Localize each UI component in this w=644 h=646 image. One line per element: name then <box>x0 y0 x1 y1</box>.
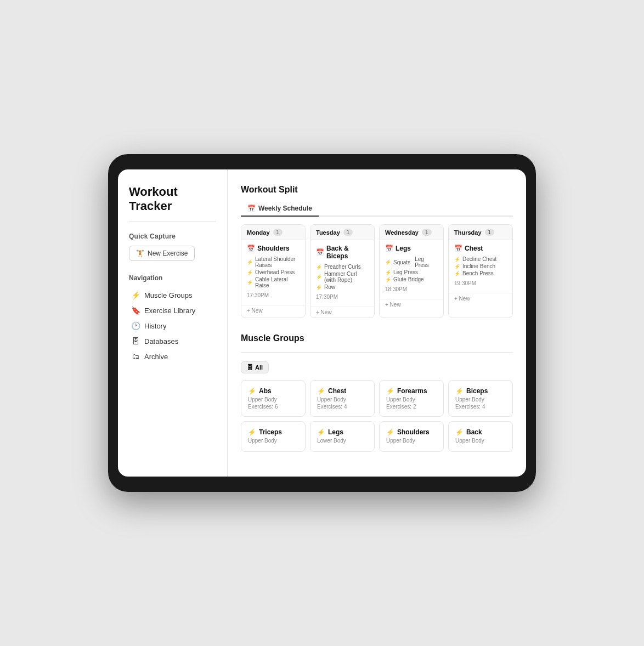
mg-icon-abs: ⚡ <box>248 387 256 395</box>
exercise-icon: ⚡ <box>247 259 253 265</box>
new-exercise-button[interactable]: 🏋 New Exercise <box>129 246 195 261</box>
mg-category-legs: Lower Body <box>317 438 368 444</box>
sidebar-item-exercise-library[interactable]: 🔖 Exercise Library <box>129 303 216 318</box>
tablet-screen: Workout Tracker Quick Capture 🏋 New Exer… <box>118 169 526 477</box>
quick-capture-label: Quick Capture <box>129 233 216 240</box>
mg-category-back: Upper Body <box>455 438 506 444</box>
sidebar-item-muscle-groups-label: Muscle Groups <box>144 291 192 299</box>
mg-exercises-forearms: Exercises: 2 <box>386 404 437 410</box>
day-badge-wednesday: 1 <box>422 229 432 236</box>
mg-card-shoulders[interactable]: ⚡ Shoulders Upper Body <box>379 421 444 452</box>
mg-category-triceps: Upper Body <box>248 438 298 444</box>
mg-category-shoulders: Upper Body <box>386 438 437 444</box>
sidebar-nav: ⚡ Muscle Groups 🔖 Exercise Library 🕐 His… <box>129 287 216 364</box>
sidebar-item-history[interactable]: 🕐 History <box>129 318 216 333</box>
calendar3-icon: 📅 <box>316 248 324 256</box>
mg-icon-biceps: ⚡ <box>455 387 464 395</box>
filter-all-icon: 🗄 <box>247 364 253 371</box>
app-title: Workout Tracker <box>129 185 216 222</box>
mg-name-forearms: ⚡ Forearms <box>386 387 437 395</box>
day-header-wednesday: Wednesday 1 <box>380 225 443 240</box>
exercise-tuesday-1: ⚡ Hammer Curl (with Rope) <box>316 270 369 284</box>
exercise-monday-2: ⚡ Cable Lateral Raise <box>247 276 300 289</box>
exercise-library-icon: 🔖 <box>131 306 140 315</box>
mg-card-chest[interactable]: ⚡ Chest Upper Body Exercises: 4 <box>310 380 375 417</box>
exercise-icon: ⚡ <box>316 274 322 280</box>
exercise-monday-0: ⚡ Lateral Shoulder Raises <box>247 256 300 269</box>
day-card-thursday: Thursday 1 📅 Chest ⚡ Decline Chest <box>448 224 513 318</box>
day-name-tuesday: Tuesday <box>316 229 340 236</box>
workout-time-tuesday: 17:30PM <box>316 294 369 300</box>
mg-icon-back: ⚡ <box>455 428 464 436</box>
day-card-monday: Monday 1 📅 Shoulders ⚡ Lateral Shoulder … <box>241 224 306 318</box>
exercise-icon: ⚡ <box>385 259 391 265</box>
calendar2-icon: 📅 <box>247 245 255 252</box>
filter-tab-all[interactable]: 🗄 All <box>241 361 269 373</box>
mg-name-biceps: ⚡ Biceps <box>455 387 506 395</box>
workout-time-thursday: 19:30PM <box>454 280 507 286</box>
exercise-icon: ⚡ <box>454 264 460 269</box>
workout-name-tuesday: 📅 Back & Biceps <box>316 245 369 260</box>
mg-name-abs: ⚡ Abs <box>248 387 298 395</box>
mg-card-back[interactable]: ⚡ Back Upper Body <box>448 421 513 452</box>
exercise-wednesday-0: ⚡ Squats Leg Press <box>385 256 438 269</box>
exercise-thursday-2: ⚡ Bench Press <box>454 270 507 277</box>
filter-all-label: All <box>255 364 263 371</box>
sidebar-item-databases[interactable]: 🗄 Databases <box>129 333 216 349</box>
sidebar-item-exercise-library-label: Exercise Library <box>144 307 195 315</box>
mg-icon-shoulders: ⚡ <box>386 428 394 436</box>
tab-weekly-schedule[interactable]: 📅 Weekly Schedule <box>241 201 319 217</box>
add-new-tuesday[interactable]: + New <box>310 307 374 318</box>
mg-card-forearms[interactable]: ⚡ Forearms Upper Body Exercises: 2 <box>379 380 444 417</box>
sidebar-item-history-label: History <box>144 322 166 330</box>
mg-name-chest: ⚡ Chest <box>317 387 368 395</box>
sidebar-item-archive-label: Archive <box>144 353 168 361</box>
mg-card-abs[interactable]: ⚡ Abs Upper Body Exercises: 6 <box>241 380 306 417</box>
mg-card-triceps[interactable]: ⚡ Triceps Upper Body <box>241 421 306 452</box>
tablet-frame: Workout Tracker Quick Capture 🏋 New Exer… <box>108 154 536 492</box>
day-name-thursday: Thursday <box>454 229 482 236</box>
sidebar-item-databases-label: Databases <box>144 337 178 345</box>
mg-exercises-biceps: Exercises: 4 <box>455 404 506 410</box>
add-new-wednesday[interactable]: + New <box>380 299 443 310</box>
mg-category-abs: Upper Body <box>248 396 298 403</box>
calendar-icon: 📅 <box>247 205 256 212</box>
mg-card-legs[interactable]: ⚡ Legs Lower Body <box>310 421 375 452</box>
add-new-monday[interactable]: + New <box>241 305 305 316</box>
day-header-thursday: Thursday 1 <box>449 225 512 240</box>
new-exercise-label: New Exercise <box>148 250 188 257</box>
day-body-wednesday: 📅 Legs ⚡ Squats Leg Press ⚡ <box>380 240 443 297</box>
mg-name-shoulders: ⚡ Shoulders <box>386 428 437 436</box>
day-badge-thursday: 1 <box>485 229 495 236</box>
archive-icon: 🗂 <box>131 352 140 361</box>
day-card-tuesday: Tuesday 1 📅 Back & Biceps ⚡ Preacher Cur… <box>310 224 375 318</box>
sidebar-item-muscle-groups[interactable]: ⚡ Muscle Groups <box>129 287 216 303</box>
databases-icon: 🗄 <box>131 337 140 345</box>
muscle-groups-icon: ⚡ <box>131 291 140 299</box>
workout-time-monday: 17:30PM <box>247 292 300 298</box>
app-container: Workout Tracker Quick Capture 🏋 New Exer… <box>118 169 526 477</box>
history-icon: 🕐 <box>131 321 140 330</box>
mg-icon-chest: ⚡ <box>317 387 325 395</box>
mg-name-triceps: ⚡ Triceps <box>248 428 298 436</box>
exercise-monday-1: ⚡ Overhead Press <box>247 269 300 276</box>
mg-name-legs: ⚡ Legs <box>317 428 368 436</box>
sidebar-item-archive[interactable]: 🗂 Archive <box>129 349 216 364</box>
mg-exercises-abs: Exercises: 6 <box>248 404 298 410</box>
workout-split-tabs: 📅 Weekly Schedule <box>241 201 513 217</box>
mg-card-biceps[interactable]: ⚡ Biceps Upper Body Exercises: 4 <box>448 380 513 417</box>
divider <box>241 352 513 353</box>
exercise-thursday-0: ⚡ Decline Chest <box>454 256 507 263</box>
exercise-icon: ⚡ <box>316 264 322 270</box>
day-body-tuesday: 📅 Back & Biceps ⚡ Preacher Curls ⚡ Hamme… <box>310 240 374 304</box>
main-content: Workout Split 📅 Weekly Schedule Monday 1 <box>228 169 526 477</box>
muscle-groups-filter-tabs: 🗄 All <box>241 361 513 373</box>
exercise-icon: ⚡ <box>454 271 460 276</box>
add-new-thursday[interactable]: + New <box>449 293 512 304</box>
day-card-wednesday: Wednesday 1 📅 Legs ⚡ Squats <box>379 224 444 318</box>
calendar4-icon: 📅 <box>385 245 393 252</box>
mg-icon-triceps: ⚡ <box>248 428 256 436</box>
muscle-groups-title: Muscle Groups <box>241 333 513 343</box>
exercise-wednesday-2: ⚡ Glute Bridge <box>385 276 438 283</box>
mg-icon-legs: ⚡ <box>317 428 325 436</box>
